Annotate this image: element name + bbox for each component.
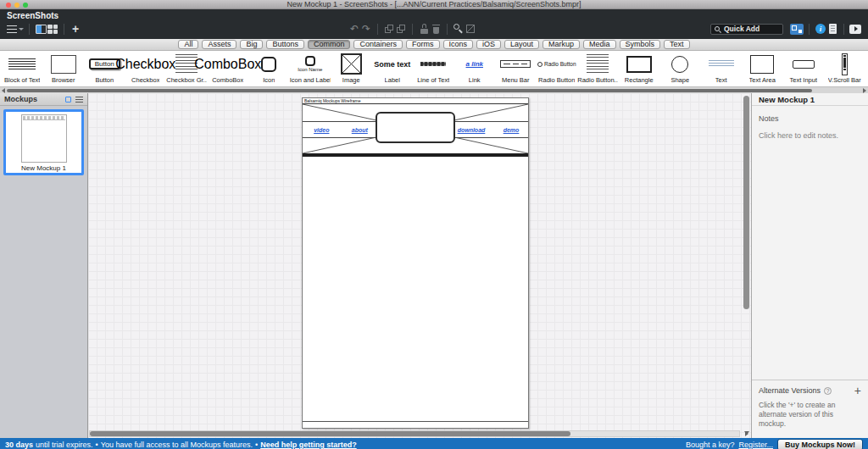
library-item-checkbox[interactable]: CheckboxCheckbox	[125, 52, 167, 86]
tab-forms[interactable]: Forms	[406, 40, 440, 49]
ui-library-toggle-button[interactable]	[790, 22, 804, 36]
split-panel-icon	[36, 25, 47, 34]
library-item-image[interactable]: Image	[331, 52, 372, 86]
add-alternate-button[interactable]: +	[854, 386, 861, 395]
undo-button[interactable]: ↶	[348, 22, 360, 36]
library-item-text[interactable]: Text	[701, 52, 743, 86]
wireframe-hero-image[interactable]: videoabout downloaddemo	[303, 104, 528, 153]
crop-icon	[466, 25, 475, 33]
new-mockup-button[interactable]: +	[70, 22, 81, 36]
mockup-thumbnail-selected[interactable]: New Mockup 1	[3, 109, 84, 175]
tab-icons[interactable]: Icons	[443, 40, 474, 49]
library-item-radio-button[interactable]: Radio Button...	[577, 52, 619, 86]
tab-ios[interactable]: iOS	[476, 40, 501, 49]
tab-layout[interactable]: Layout	[504, 40, 539, 49]
library-item-menu-bar[interactable]: Menu Bar	[495, 52, 537, 86]
library-item-browser[interactable]: Browser	[43, 52, 85, 86]
inspector-toggle-button[interactable]: i	[815, 22, 826, 36]
library-item-shape[interactable]: Shape	[659, 52, 701, 86]
library-item-icon[interactable]: Icon	[248, 52, 290, 86]
expand-panel-icon[interactable]	[65, 97, 71, 103]
tab-all[interactable]: All	[178, 40, 198, 49]
menu-dash	[521, 64, 527, 65]
library-item-rectangle[interactable]: Rectangle	[619, 52, 660, 86]
tab-assets[interactable]: Assets	[202, 40, 236, 49]
toggle-inspector-button[interactable]	[35, 22, 47, 36]
library-item-line-of-text[interactable]: Line of Text	[413, 52, 454, 86]
main-menu-button[interactable]	[7, 22, 24, 36]
library-item-label[interactable]: Some textLabel	[372, 52, 414, 86]
presentation-button[interactable]	[849, 22, 861, 36]
zoom-icon[interactable]	[23, 3, 28, 8]
tab-big[interactable]: Big	[240, 40, 263, 49]
library-item-radio-button[interactable]: Radio ButtonRadio Button	[537, 52, 578, 86]
group-preview-icon	[587, 54, 609, 75]
horizontal-scrollbar-thumb[interactable]	[90, 431, 570, 436]
buy-mockups-button[interactable]: Buy Mockups Now!	[777, 439, 863, 449]
tab-symbols[interactable]: Symbols	[620, 40, 661, 49]
tab-containers[interactable]: Containers	[353, 40, 403, 49]
mockup-artboard[interactable]: Balsamiq Mockups Wireframe videoabout do…	[302, 97, 529, 429]
canvas[interactable]: Balsamiq Mockups Wireframe videoabout do…	[88, 93, 751, 438]
lib-shape	[792, 25, 797, 30]
bought-key-text: Bought a key?	[686, 441, 735, 449]
tab-text[interactable]: Text	[664, 40, 690, 49]
quick-add-input[interactable]	[722, 24, 776, 34]
tab-common[interactable]: Common	[308, 40, 351, 49]
mockup-link-about[interactable]: about	[352, 127, 368, 133]
canvas-horizontal-scrollbar[interactable]	[89, 430, 740, 437]
library-item-label: Icon	[263, 76, 275, 84]
lock-button[interactable]	[418, 22, 430, 36]
copy-button[interactable]	[383, 22, 395, 36]
close-icon[interactable]	[6, 3, 11, 8]
icon-box	[305, 56, 315, 66]
wireframe-logo-box[interactable]	[376, 112, 455, 143]
help-link[interactable]: Need help getting started?	[260, 441, 357, 449]
duplicate-button[interactable]	[395, 22, 407, 36]
nav-links-left: videoabout	[303, 122, 379, 137]
redo-button[interactable]: ↷	[360, 22, 372, 36]
scroll-right-icon[interactable]	[745, 431, 748, 436]
inspector-panel: New Mockup 1 Notes Click here to edit no…	[751, 93, 868, 438]
menu-dash	[513, 64, 519, 65]
library-item-icon-and-label[interactable]: Icon NameIcon and Label	[290, 52, 331, 86]
library-item-label: Shape	[670, 76, 689, 84]
library-item-label: Menu Bar	[502, 76, 530, 84]
minimize-icon[interactable]	[14, 3, 19, 8]
tab-media[interactable]: Media	[583, 40, 616, 49]
library-item-text-input[interactable]: Text Input	[783, 52, 825, 86]
notes-panel-button[interactable]	[826, 22, 838, 36]
toggle-library-button[interactable]	[47, 22, 58, 36]
register-link[interactable]: Register...	[738, 441, 773, 449]
export-image-button[interactable]	[465, 22, 476, 36]
library-scrollbar[interactable]	[0, 86, 868, 93]
zoom-tool-button[interactable]	[453, 22, 465, 36]
mockup-link-download[interactable]: download	[458, 127, 486, 133]
library-item-text-area[interactable]: Text Area	[742, 52, 783, 86]
library-scrollbar-thumb[interactable]	[7, 89, 812, 92]
notes-edit-area[interactable]: Click here to edit notes.	[759, 131, 861, 140]
mockup-link-video[interactable]: video	[314, 127, 329, 133]
scroll-left-icon[interactable]	[2, 88, 5, 93]
toolbar-divider	[412, 24, 413, 35]
tab-markup[interactable]: Markup	[542, 40, 580, 49]
library-item-label: Image	[342, 76, 360, 84]
library-item-v-scroll-bar[interactable]: V.Scroll Bar	[824, 52, 865, 86]
library-item-block-of-text[interactable]: Block of Text	[2, 52, 43, 86]
library-item-combobox[interactable]: ComboBoxComboBox	[208, 52, 249, 86]
wireframe-content-rect[interactable]	[303, 157, 528, 427]
canvas-vertical-scrollbar[interactable]	[743, 96, 749, 426]
quick-add-field[interactable]	[710, 24, 783, 35]
library-item-link[interactable]: a linkLink	[454, 52, 496, 86]
panel-menu-icon[interactable]	[75, 97, 83, 103]
help-icon[interactable]: ?	[824, 387, 832, 395]
vertical-scrollbar-thumb[interactable]	[743, 96, 749, 309]
shape-preview	[671, 52, 688, 76]
delete-button[interactable]	[430, 22, 442, 36]
library-item-label: Checkbox	[131, 76, 159, 84]
library-category-tabs: AllAssetsBigButtonsCommonContainersForms…	[0, 39, 868, 51]
mockup-link-demo[interactable]: demo	[504, 127, 520, 133]
status-bar: 30 days until trial expires. • You have …	[0, 438, 868, 449]
tab-buttons[interactable]: Buttons	[266, 40, 304, 49]
grid-cell	[47, 25, 53, 29]
